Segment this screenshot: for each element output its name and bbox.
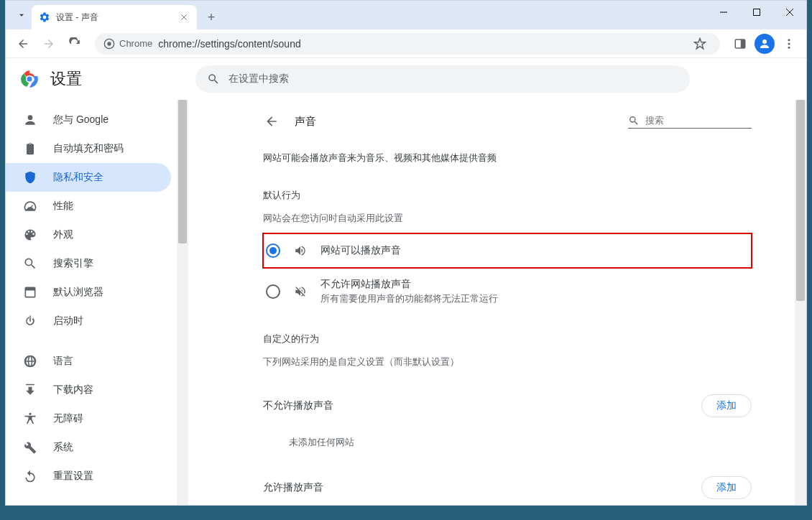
sidebar-item-languages[interactable]: 语言 [6,347,171,376]
bookmark-button[interactable] [688,32,711,55]
volume-icon [293,244,308,257]
sidebar-item-accessibility[interactable]: 无障碍 [6,404,171,433]
gear-icon [39,11,50,23]
svg-rect-0 [754,9,760,16]
sidebar-item-search-engine[interactable]: 搜索引擎 [6,249,171,278]
browser-window: 设置 - 声音 + Chrome chrome://settings/conte… [5,0,807,506]
volume-off-icon [293,285,308,298]
sidebar-item-label: 重置设置 [53,470,93,483]
site-info[interactable]: Chrome [103,38,152,50]
radio-block-label: 不允许网站播放声音 [320,278,498,291]
search-icon [23,256,37,271]
sidebar-item-label: 无障碍 [53,412,83,425]
chevron-down-icon [17,10,27,20]
sidebar-item-label: 搜索引擎 [53,257,93,270]
sidebar-item-default-browser[interactable]: 默认浏览器 [6,278,171,307]
forward-button[interactable] [37,32,60,55]
svg-point-2 [107,42,111,45]
star-icon [693,37,706,50]
add-block-button[interactable]: 添加 [701,394,752,417]
reset-icon [23,469,37,483]
back-button[interactable] [11,32,34,55]
block-section-label: 不允许播放声音 [263,399,333,412]
arrow-left-icon [264,114,279,129]
app-menu-button[interactable] [778,32,801,55]
sidebar-item-downloads[interactable]: 下载内容 [6,376,171,404]
add-allow-button[interactable]: 添加 [701,476,752,499]
new-tab-button[interactable]: + [201,7,221,27]
tab-search-dropdown[interactable] [11,5,32,25]
sidebar-item-label: 性能 [53,200,73,213]
settings-main: 声音 网站可能会播放声音来为音乐、视频和其他媒体提供音频 默认行为 网站会在您访… [177,100,806,505]
person-icon [758,37,771,50]
settings-header: 设置 在设置中搜索 [6,58,806,100]
page-title: 声音 [295,115,614,129]
download-icon [23,383,37,397]
sidebar-item-performance[interactable]: 性能 [6,192,171,220]
block-section-row: 不允许播放声音 添加 [263,386,752,426]
arrow-right-icon [42,37,55,50]
main-scrollbar[interactable] [795,100,806,505]
default-behavior-sub: 网站会在您访问时自动采用此设置 [263,212,752,225]
close-icon [180,14,188,21]
settings-sidebar: 您与 Google 自动填充和密码 隐私和安全 性能 外观 搜索引擎 默认浏览器… [6,100,177,505]
radio-block-sub: 所有需要使用声音的功能都将无法正常运行 [320,292,498,305]
sidebar-item-label: 默认浏览器 [53,286,103,299]
sidebar-item-you-and-google[interactable]: 您与 Google [6,106,171,134]
window-close-button[interactable] [773,1,806,24]
custom-behavior-sub: 下列网站采用的是自定义设置（而非默认设置） [263,356,752,368]
sidebar-item-label: 自动填充和密码 [53,142,124,155]
reload-button[interactable] [63,32,86,55]
sidebar-item-label: 下载内容 [53,384,93,396]
radio-button-checked[interactable] [266,243,280,258]
radio-allow-sound[interactable]: 网站可以播放声音 [263,233,752,268]
page-back-button[interactable] [263,113,280,130]
svg-point-7 [788,46,790,48]
url-text: chrome://settings/content/sound [158,38,300,50]
tab-title: 设置 - 声音 [56,11,172,24]
svg-rect-4 [741,40,745,48]
wrench-icon [23,440,37,455]
sidebar-item-appearance[interactable]: 外观 [6,220,171,249]
minimize-button[interactable] [707,1,740,24]
page-search[interactable] [628,115,752,129]
reload-icon [68,37,81,50]
page-search-input[interactable] [645,115,739,126]
sidebar-item-on-startup[interactable]: 启动时 [6,307,171,335]
page-header: 声音 [263,113,752,130]
block-empty-text: 未添加任何网站 [263,426,752,459]
sidebar-item-label: 您与 Google [53,113,109,126]
window-controls [707,1,806,24]
svg-point-5 [788,39,790,41]
side-panel-button[interactable] [729,32,752,55]
sidebar-item-label: 系统 [53,441,73,454]
sidebar-item-privacy[interactable]: 隐私和安全 [6,163,171,192]
search-icon [628,115,640,126]
radio-button-unchecked[interactable] [266,284,280,299]
sidebar-item-system[interactable]: 系统 [6,433,171,462]
power-icon [23,314,37,328]
sidebar-item-label: 隐私和安全 [53,171,103,184]
chrome-logo-icon [20,70,39,88]
speedometer-icon [23,199,37,213]
default-behavior-label: 默认行为 [263,189,752,202]
person-icon [23,113,37,127]
sidebar-item-autofill[interactable]: 自动填充和密码 [6,134,171,163]
browser-tab[interactable]: 设置 - 声音 [32,5,197,29]
search-placeholder: 在设置中搜索 [229,73,289,85]
radio-allow-label: 网站可以播放声音 [320,244,401,257]
profile-button[interactable] [755,34,775,54]
tab-close-button[interactable] [178,11,190,23]
chrome-icon [103,38,115,50]
sidebar-item-label: 语言 [53,355,73,368]
radio-block-sound[interactable]: 不允许网站播放声音 所有需要使用声音的功能都将无法正常运行 [263,268,752,315]
sidebar-item-reset[interactable]: 重置设置 [6,462,171,491]
browser-icon [23,285,37,300]
address-bar[interactable]: Chrome chrome://settings/content/sound [95,33,720,55]
settings-search[interactable]: 在设置中搜索 [195,65,690,93]
address-prefix-label: Chrome [119,38,152,49]
custom-behavior-label: 自定义的行为 [263,333,752,345]
sidebar-scrollbar[interactable] [177,100,188,505]
maximize-button[interactable] [740,1,773,24]
browser-toolbar: Chrome chrome://settings/content/sound [6,29,806,58]
